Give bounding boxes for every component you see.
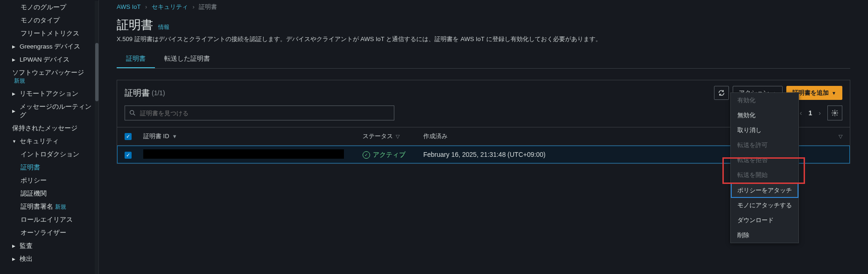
sidebar-item[interactable]: モノのタイプ (0, 14, 98, 27)
sidebar-scrollbar-thumb[interactable] (95, 43, 98, 101)
svg-point-1 (834, 112, 836, 114)
action-menu-item: 有効化 (731, 93, 798, 108)
column-header-status[interactable]: ステータス▽ (363, 132, 423, 141)
breadcrumb-sep: › (145, 3, 147, 10)
sort-icon: ▽ (396, 133, 399, 140)
action-menu: 有効化無効化取り消し転送を許可転送を拒否転送を開始ポリシーをアタッチモノにアタッ… (730, 92, 799, 243)
sidebar-item[interactable]: 検出 (0, 253, 98, 266)
search-icon (129, 109, 136, 117)
tabs: 証明書 転送した証明書 (117, 50, 850, 69)
refresh-button[interactable] (714, 86, 729, 100)
action-menu-item[interactable]: ポリシーをアタッチ (731, 183, 798, 198)
panel-title: 証明書 (125, 87, 150, 98)
action-menu-item[interactable]: 取り消し (731, 123, 798, 138)
sidebar-item-label: 認証機関 (21, 190, 47, 198)
sidebar-item[interactable]: ポリシー (0, 174, 98, 187)
sidebar-item-label: モノのグループ (21, 3, 66, 12)
panel-count: (1/1) (152, 89, 165, 97)
page-title: 証明書 情報 (117, 17, 850, 33)
action-menu-item[interactable]: ダウンロード (731, 213, 798, 228)
action-menu-item: 転送を拒否 (731, 153, 798, 168)
caret-down-icon: ▼ (832, 91, 836, 96)
sidebar-item[interactable]: イントロダクション (0, 148, 98, 161)
sort-icon: ▼ (172, 133, 177, 139)
sidebar-item-label: メッセージのルーティング (20, 103, 95, 119)
sidebar-item[interactable]: 監査 (0, 239, 98, 253)
sidebar-item[interactable]: ロールエイリアス (0, 213, 98, 226)
certificate-id[interactable] (143, 149, 344, 159)
new-badge: 新規 (55, 203, 66, 211)
sort-icon: ▽ (839, 133, 842, 140)
select-all-checkbox[interactable]: ✓ (125, 133, 132, 140)
check-circle-icon: ✓ (363, 151, 370, 159)
sidebar-item-label: LPWAN デバイス (20, 56, 70, 64)
sidebar-item-label: セキュリティ (20, 137, 59, 146)
action-menu-item[interactable]: 削除 (731, 228, 798, 243)
sidebar-item-label: フリートメトリクス (21, 29, 79, 38)
breadcrumb-sep: › (193, 3, 195, 10)
column-header-created[interactable]: 作成済み (423, 132, 596, 141)
sidebar-item[interactable]: 証明書署名新規 (0, 200, 98, 213)
sidebar-item[interactable]: LPWAN デバイス (0, 53, 98, 66)
action-menu-item: 転送を開始 (731, 168, 798, 183)
sidebar-item[interactable]: ソフトウェアパッケージ新規 (0, 66, 98, 87)
info-link[interactable]: 情報 (158, 24, 169, 30)
sidebar-item-label: 証明書署名 (21, 203, 53, 211)
svg-point-0 (130, 111, 134, 114)
search-box[interactable] (125, 105, 394, 120)
page-next[interactable]: › (816, 109, 824, 117)
sidebar-item-label: 検出 (20, 255, 33, 263)
row-checkbox[interactable]: ✓ (125, 152, 132, 159)
sidebar-item[interactable]: モノのグループ (0, 1, 98, 14)
breadcrumb-current: 証明書 (199, 3, 217, 10)
sidebar-item-label: Greengrass デバイス (20, 42, 80, 51)
sidebar-item-label: イントロダクション (21, 150, 79, 159)
new-badge: 新規 (14, 77, 25, 85)
tab-transferred-certificates[interactable]: 転送した証明書 (155, 50, 219, 68)
breadcrumb-link-root[interactable]: AWS IoT (117, 3, 140, 10)
column-header-expiry[interactable]: ▽ (596, 133, 842, 140)
sidebar-item[interactable]: セキュリティ (0, 135, 98, 148)
sidebar-item-label: ロールエイリアス (21, 216, 73, 224)
action-menu-item: 転送を許可 (731, 138, 798, 153)
action-menu-item[interactable]: 無効化 (731, 108, 798, 123)
sidebar-item[interactable]: 保持されたメッセージ (0, 122, 98, 135)
sidebar-item[interactable]: メッセージのルーティング (0, 100, 98, 122)
breadcrumb-link-security[interactable]: セキュリティ (152, 3, 188, 10)
sidebar-item[interactable]: 証明書 (0, 161, 98, 174)
sidebar-item-label: モノのタイプ (21, 16, 60, 25)
settings-button[interactable] (827, 105, 842, 120)
refresh-icon (718, 89, 725, 97)
sidebar-item[interactable]: フリートメトリクス (0, 27, 98, 40)
page-description: X.509 証明書はデバイスとクライアントの接続を認証します。デバイスやクライア… (117, 35, 850, 43)
sidebar-scrollbar-track[interactable] (95, 1, 98, 274)
sidebar-item-label: ポリシー (21, 176, 47, 185)
sidebar-item-label: 保持されたメッセージ (12, 124, 77, 133)
action-menu-item[interactable]: モノにアタッチする (731, 198, 798, 213)
created-date: February 16, 2025, 21:31:48 (UTC+09:00) (423, 151, 596, 158)
search-input[interactable] (139, 109, 390, 117)
sidebar-item[interactable]: オーソライザー (0, 226, 98, 239)
sidebar-item-label: 証明書 (21, 163, 40, 172)
sidebar-item-label: 監査 (20, 242, 33, 250)
gear-icon (831, 109, 839, 117)
main-content: AWS IoT › セキュリティ › 証明書 証明書 情報 X.509 証明書は… (99, 0, 868, 274)
breadcrumb: AWS IoT › セキュリティ › 証明書 (117, 2, 850, 14)
status-badge: ✓ アクティブ (363, 151, 406, 159)
column-header-id[interactable]: 証明書 ID▼ (143, 132, 363, 141)
sidebar-item[interactable]: リモートアクション (0, 87, 98, 100)
sidebar: モノのグループモノのタイプフリートメトリクスGreengrass デバイスLPW… (0, 0, 99, 274)
page-number: 1 (809, 109, 812, 117)
tab-certificates[interactable]: 証明書 (117, 50, 155, 68)
sidebar-item[interactable]: Greengrass デバイス (0, 40, 98, 53)
sidebar-item-label: ソフトウェアパッケージ (12, 69, 84, 77)
sidebar-item-label: リモートアクション (20, 90, 78, 98)
sidebar-item-label: オーソライザー (21, 229, 66, 237)
sidebar-item[interactable]: 認証機関 (0, 187, 98, 200)
